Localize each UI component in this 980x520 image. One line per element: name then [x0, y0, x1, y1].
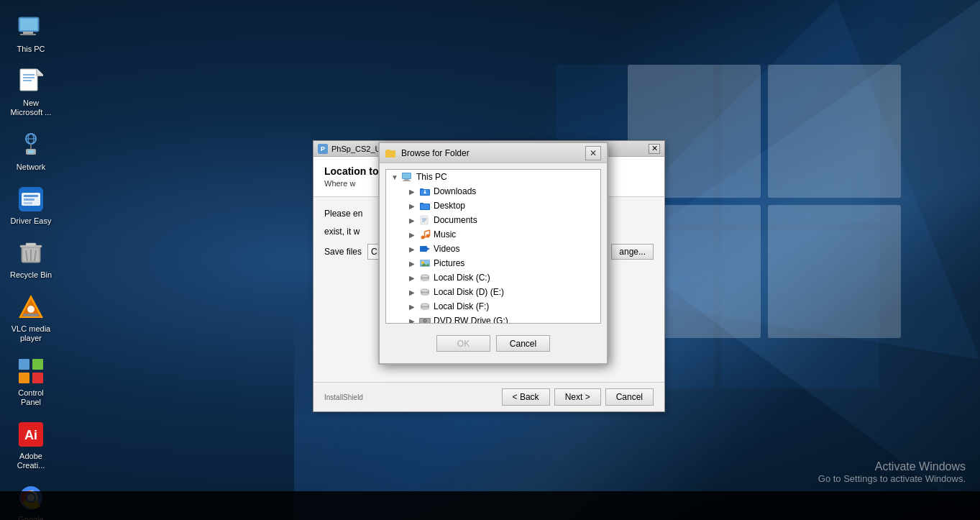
desktop: This PC New Microsoft ... — [0, 0, 980, 520]
svg-rect-80 — [420, 246, 427, 252]
svg-point-96 — [421, 307, 429, 310]
svg-rect-14 — [20, 69, 37, 91]
desktop-icon-network[interactable]: Network — [4, 125, 58, 178]
downloads-label: Downloads — [434, 186, 476, 196]
adobe-label: AdobeCreati... — [17, 452, 45, 470]
svg-rect-12 — [23, 32, 33, 34]
browse-cancel-button[interactable]: Cancel — [496, 335, 550, 352]
svg-rect-34 — [26, 243, 36, 246]
desktop-icon-vlc[interactable]: VLC mediaplayer — [4, 287, 58, 349]
browse-title-text: Browse for Folder — [401, 148, 585, 158]
desktop-icon-recycle-bin[interactable]: Recycle Bin — [4, 233, 58, 286]
expander-local-c[interactable]: ▶ — [406, 272, 418, 283]
expander-local-f[interactable]: ▶ — [406, 301, 418, 312]
expander-pictures[interactable]: ▶ — [406, 257, 418, 269]
back-button[interactable]: < Back — [502, 388, 550, 406]
svg-point-38 — [27, 306, 35, 313]
control-panel-label: ControlPanel — [18, 388, 43, 407]
installer-close-btn[interactable]: ✕ — [649, 144, 660, 154]
downloads-icon — [419, 186, 431, 197]
dvd-drive-g-label: DVD RW Drive (G:) — [434, 316, 508, 324]
desktop-icon-adobe[interactable]: Ai AdobeCreati... — [4, 414, 58, 476]
svg-point-89 — [421, 275, 429, 278]
svg-rect-56 — [385, 152, 395, 158]
this-pc-label: This PC — [17, 45, 45, 54]
tree-item-local-f[interactable]: ▶ Local Disk (F:) — [386, 299, 600, 314]
tree-item-this-pc[interactable]: ▼ This PC — [386, 170, 600, 184]
svg-point-93 — [421, 290, 429, 292]
tree-item-documents[interactable]: ▶ Documents — [386, 213, 600, 227]
cancel-button[interactable]: Cancel — [605, 388, 654, 406]
svg-text:Ai: Ai — [24, 428, 37, 442]
network-label: Network — [17, 163, 45, 172]
driver-easy-label: Driver Easy — [11, 216, 52, 226]
activate-windows: Activate Windows Go to Settings to activ… — [818, 460, 966, 484]
nav-buttons: < Back Next > Cancel — [502, 388, 654, 406]
svg-rect-29 — [24, 199, 35, 201]
documents-icon — [419, 214, 431, 226]
activate-windows-title: Activate Windows — [818, 460, 966, 473]
local-disk-de-label: Local Disk (D) (E:) — [434, 287, 504, 297]
new-microsoft-icon — [17, 67, 45, 96]
desktop-icon-control-panel[interactable]: ControlPanel — [4, 351, 58, 413]
svg-rect-61 — [403, 181, 411, 181]
new-microsoft-label: New Microsoft ... — [11, 99, 52, 117]
driver-easy-icon — [17, 185, 45, 214]
tree-item-music[interactable]: ▶ Music — [386, 227, 600, 242]
expander-this-pc[interactable]: ▼ — [389, 171, 400, 183]
taskbar — [0, 491, 980, 520]
pictures-label: Pictures — [434, 258, 464, 268]
browse-for-folder-dialog[interactable]: Browse for Folder ✕ ▼ This PC — [378, 142, 608, 365]
svg-rect-42 — [32, 373, 43, 383]
desktop-icon-this-pc[interactable]: This PC — [4, 7, 58, 60]
vlc-icon — [17, 293, 45, 321]
music-label: Music — [434, 229, 456, 240]
svg-rect-64 — [420, 188, 423, 190]
svg-marker-19 — [37, 69, 43, 75]
svg-point-88 — [421, 278, 429, 281]
local-disk-f-icon — [419, 301, 431, 312]
svg-rect-37 — [23, 314, 39, 316]
tree-item-desktop[interactable]: ▶ Desktop — [386, 199, 600, 213]
windows10-logo — [620, 58, 922, 360]
expander-videos[interactable]: ▶ — [406, 243, 418, 255]
change-button[interactable]: ange... — [611, 244, 654, 260]
local-disk-c-icon — [419, 272, 431, 283]
expander-local-de[interactable]: ▶ — [406, 286, 418, 298]
local-disk-de-icon — [419, 286, 431, 298]
local-disk-f-label: Local Disk (F:) — [434, 301, 489, 311]
tree-item-local-c[interactable]: ▶ Local Disk (C:) — [386, 270, 600, 285]
svg-rect-39 — [19, 359, 29, 370]
svg-rect-9 — [768, 205, 901, 338]
svg-rect-7 — [768, 65, 901, 198]
svg-rect-40 — [32, 359, 43, 370]
svg-rect-59 — [403, 173, 411, 178]
svg-marker-81 — [427, 247, 430, 250]
desktop-icon-new-microsoft[interactable]: New Microsoft ... — [4, 61, 58, 123]
expander-downloads[interactable]: ▶ — [406, 186, 418, 197]
desktop-icon-driver-easy[interactable]: Driver Easy — [4, 179, 58, 232]
expander-documents[interactable]: ▶ — [406, 214, 418, 226]
tree-item-downloads[interactable]: ▶ Downloads — [386, 184, 600, 199]
folder-tree[interactable]: ▼ This PC ▶ — [385, 169, 601, 324]
videos-label: Videos — [434, 244, 459, 254]
svg-rect-24 — [28, 150, 34, 153]
activate-windows-subtitle: Go to Settings to activate Windows. — [818, 473, 966, 484]
tree-item-dvd-g[interactable]: ▶ DVD RW Drive (G:) — [386, 314, 600, 324]
tree-item-pictures[interactable]: ▶ Pictures — [386, 256, 600, 270]
tree-item-videos[interactable]: ▶ Videos — [386, 242, 600, 256]
music-icon — [419, 229, 431, 240]
svg-rect-28 — [24, 195, 38, 197]
next-button[interactable]: Next > — [554, 388, 601, 406]
browse-ok-button[interactable]: OK — [436, 335, 490, 352]
expander-desktop[interactable]: ▶ — [406, 200, 418, 211]
tree-item-local-de[interactable]: ▶ Local Disk (D) (E:) — [386, 285, 600, 299]
svg-line-79 — [425, 230, 430, 232]
expander-music[interactable]: ▶ — [406, 229, 418, 240]
vlc-label: VLC mediaplayer — [12, 324, 50, 343]
browse-close-button[interactable]: ✕ — [585, 146, 601, 160]
network-icon — [17, 131, 45, 160]
expander-dvd-g[interactable]: ▶ — [406, 315, 418, 324]
svg-rect-69 — [420, 203, 423, 204]
installshield-text: InstallShield — [324, 393, 363, 401]
